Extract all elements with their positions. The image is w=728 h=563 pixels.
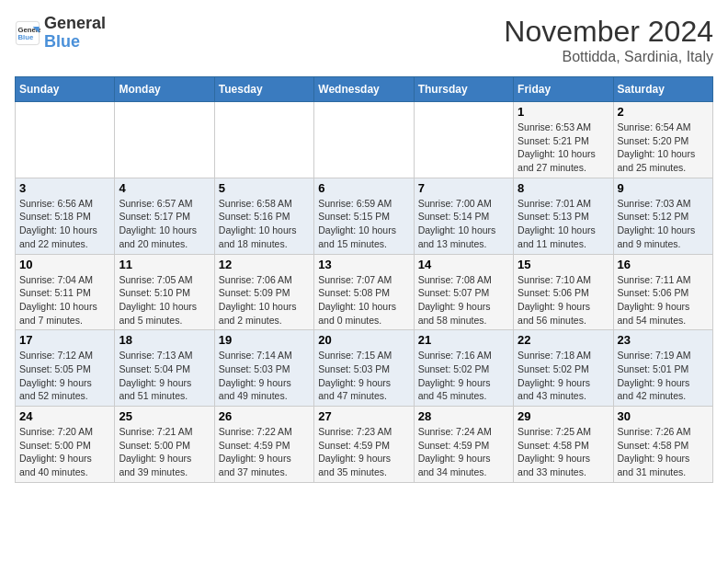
day-header-monday: Monday <box>115 77 214 102</box>
calendar-cell <box>214 102 313 178</box>
page-header: General Blue General Blue November 2024 … <box>15 15 713 65</box>
day-number: 21 <box>418 333 509 347</box>
calendar-cell <box>314 102 414 178</box>
day-number: 9 <box>618 181 709 195</box>
calendar-cell: 6Sunrise: 6:59 AM Sunset: 5:15 PM Daylig… <box>314 178 414 254</box>
day-info: Sunrise: 7:13 AM Sunset: 5:04 PM Dayligh… <box>119 349 210 403</box>
day-number: 20 <box>318 333 409 347</box>
day-info: Sunrise: 6:57 AM Sunset: 5:17 PM Dayligh… <box>119 197 210 251</box>
logo: General Blue General Blue <box>15 15 106 52</box>
calendar-week-row: 3Sunrise: 6:56 AM Sunset: 5:18 PM Daylig… <box>16 178 713 254</box>
calendar-cell: 25Sunrise: 7:21 AM Sunset: 5:00 PM Dayli… <box>115 407 214 483</box>
day-info: Sunrise: 7:20 AM Sunset: 5:00 PM Dayligh… <box>19 425 110 479</box>
day-number: 22 <box>518 333 609 347</box>
calendar-cell: 18Sunrise: 7:13 AM Sunset: 5:04 PM Dayli… <box>115 330 214 407</box>
calendar-cell <box>414 102 513 178</box>
day-number: 1 <box>518 105 609 119</box>
day-info: Sunrise: 7:05 AM Sunset: 5:10 PM Dayligh… <box>119 273 210 327</box>
calendar-table: SundayMondayTuesdayWednesdayThursdayFrid… <box>15 76 713 483</box>
day-number: 28 <box>418 409 509 423</box>
calendar-cell <box>16 102 115 178</box>
day-info: Sunrise: 6:59 AM Sunset: 5:15 PM Dayligh… <box>318 197 409 251</box>
day-number: 26 <box>219 409 310 423</box>
day-info: Sunrise: 7:08 AM Sunset: 5:07 PM Dayligh… <box>418 273 509 327</box>
day-info: Sunrise: 7:01 AM Sunset: 5:13 PM Dayligh… <box>518 197 609 251</box>
day-info: Sunrise: 7:00 AM Sunset: 5:14 PM Dayligh… <box>418 197 509 251</box>
day-info: Sunrise: 6:58 AM Sunset: 5:16 PM Dayligh… <box>219 197 310 251</box>
calendar-header-row: SundayMondayTuesdayWednesdayThursdayFrid… <box>16 77 713 102</box>
calendar-cell: 27Sunrise: 7:23 AM Sunset: 4:59 PM Dayli… <box>314 407 414 483</box>
day-number: 17 <box>19 333 110 347</box>
calendar-cell: 1Sunrise: 6:53 AM Sunset: 5:21 PM Daylig… <box>514 102 613 178</box>
day-number: 6 <box>318 181 409 195</box>
logo-text: General Blue <box>44 15 106 52</box>
calendar-cell: 10Sunrise: 7:04 AM Sunset: 5:11 PM Dayli… <box>16 254 115 330</box>
day-number: 18 <box>119 333 210 347</box>
day-number: 4 <box>119 181 210 195</box>
calendar-cell <box>115 102 214 178</box>
calendar-week-row: 1Sunrise: 6:53 AM Sunset: 5:21 PM Daylig… <box>16 102 713 178</box>
day-number: 10 <box>19 258 110 271</box>
day-info: Sunrise: 7:07 AM Sunset: 5:08 PM Dayligh… <box>318 273 409 327</box>
logo-icon: General Blue <box>15 20 40 46</box>
calendar-cell: 19Sunrise: 7:14 AM Sunset: 5:03 PM Dayli… <box>214 330 313 407</box>
day-number: 30 <box>618 409 709 423</box>
calendar-cell: 4Sunrise: 6:57 AM Sunset: 5:17 PM Daylig… <box>115 178 214 254</box>
day-number: 12 <box>219 258 310 271</box>
calendar-cell: 7Sunrise: 7:00 AM Sunset: 5:14 PM Daylig… <box>414 178 513 254</box>
day-header-wednesday: Wednesday <box>314 77 414 102</box>
calendar-cell: 16Sunrise: 7:11 AM Sunset: 5:06 PM Dayli… <box>613 254 712 330</box>
day-info: Sunrise: 7:11 AM Sunset: 5:06 PM Dayligh… <box>618 273 709 327</box>
day-info: Sunrise: 7:22 AM Sunset: 4:59 PM Dayligh… <box>219 425 310 479</box>
day-number: 2 <box>618 105 709 119</box>
calendar-cell: 13Sunrise: 7:07 AM Sunset: 5:08 PM Dayli… <box>314 254 414 330</box>
day-number: 16 <box>618 258 709 271</box>
day-number: 27 <box>318 409 409 423</box>
calendar-body: 1Sunrise: 6:53 AM Sunset: 5:21 PM Daylig… <box>16 102 713 483</box>
calendar-week-row: 24Sunrise: 7:20 AM Sunset: 5:00 PM Dayli… <box>16 407 713 483</box>
calendar-cell: 11Sunrise: 7:05 AM Sunset: 5:10 PM Dayli… <box>115 254 214 330</box>
title-section: November 2024 Bottidda, Sardinia, Italy <box>504 15 713 65</box>
calendar-cell: 2Sunrise: 6:54 AM Sunset: 5:20 PM Daylig… <box>613 102 712 178</box>
calendar-cell: 5Sunrise: 6:58 AM Sunset: 5:16 PM Daylig… <box>214 178 313 254</box>
calendar-cell: 28Sunrise: 7:24 AM Sunset: 4:59 PM Dayli… <box>414 407 513 483</box>
day-number: 5 <box>219 181 310 195</box>
day-info: Sunrise: 7:15 AM Sunset: 5:03 PM Dayligh… <box>318 349 409 403</box>
calendar-cell: 8Sunrise: 7:01 AM Sunset: 5:13 PM Daylig… <box>514 178 613 254</box>
day-header-saturday: Saturday <box>613 77 712 102</box>
calendar-week-row: 17Sunrise: 7:12 AM Sunset: 5:05 PM Dayli… <box>16 330 713 407</box>
day-number: 14 <box>418 258 509 271</box>
day-number: 3 <box>19 181 110 195</box>
day-number: 29 <box>518 409 609 423</box>
day-info: Sunrise: 7:10 AM Sunset: 5:06 PM Dayligh… <box>518 273 609 327</box>
day-info: Sunrise: 7:03 AM Sunset: 5:12 PM Dayligh… <box>618 197 709 251</box>
svg-text:Blue: Blue <box>18 33 34 41</box>
day-info: Sunrise: 7:12 AM Sunset: 5:05 PM Dayligh… <box>19 349 110 403</box>
day-info: Sunrise: 7:24 AM Sunset: 4:59 PM Dayligh… <box>418 425 509 479</box>
month-title: November 2024 <box>504 15 713 49</box>
day-number: 15 <box>518 258 609 271</box>
day-number: 8 <box>518 181 609 195</box>
day-number: 23 <box>618 333 709 347</box>
calendar-cell: 14Sunrise: 7:08 AM Sunset: 5:07 PM Dayli… <box>414 254 513 330</box>
day-info: Sunrise: 7:06 AM Sunset: 5:09 PM Dayligh… <box>219 273 310 327</box>
calendar-cell: 20Sunrise: 7:15 AM Sunset: 5:03 PM Dayli… <box>314 330 414 407</box>
calendar-week-row: 10Sunrise: 7:04 AM Sunset: 5:11 PM Dayli… <box>16 254 713 330</box>
day-header-friday: Friday <box>514 77 613 102</box>
calendar-cell: 29Sunrise: 7:25 AM Sunset: 4:58 PM Dayli… <box>514 407 613 483</box>
day-info: Sunrise: 7:21 AM Sunset: 5:00 PM Dayligh… <box>119 425 210 479</box>
location-subtitle: Bottidda, Sardinia, Italy <box>504 49 713 65</box>
day-info: Sunrise: 6:53 AM Sunset: 5:21 PM Dayligh… <box>518 121 609 175</box>
calendar-cell: 17Sunrise: 7:12 AM Sunset: 5:05 PM Dayli… <box>16 330 115 407</box>
calendar-cell: 21Sunrise: 7:16 AM Sunset: 5:02 PM Dayli… <box>414 330 513 407</box>
day-info: Sunrise: 7:14 AM Sunset: 5:03 PM Dayligh… <box>219 349 310 403</box>
day-info: Sunrise: 7:23 AM Sunset: 4:59 PM Dayligh… <box>318 425 409 479</box>
calendar-cell: 22Sunrise: 7:18 AM Sunset: 5:02 PM Dayli… <box>514 330 613 407</box>
day-header-sunday: Sunday <box>16 77 115 102</box>
day-info: Sunrise: 6:54 AM Sunset: 5:20 PM Dayligh… <box>618 121 709 175</box>
calendar-cell: 3Sunrise: 6:56 AM Sunset: 5:18 PM Daylig… <box>16 178 115 254</box>
calendar-cell: 15Sunrise: 7:10 AM Sunset: 5:06 PM Dayli… <box>514 254 613 330</box>
calendar-cell: 12Sunrise: 7:06 AM Sunset: 5:09 PM Dayli… <box>214 254 313 330</box>
day-number: 11 <box>119 258 210 271</box>
day-number: 25 <box>119 409 210 423</box>
